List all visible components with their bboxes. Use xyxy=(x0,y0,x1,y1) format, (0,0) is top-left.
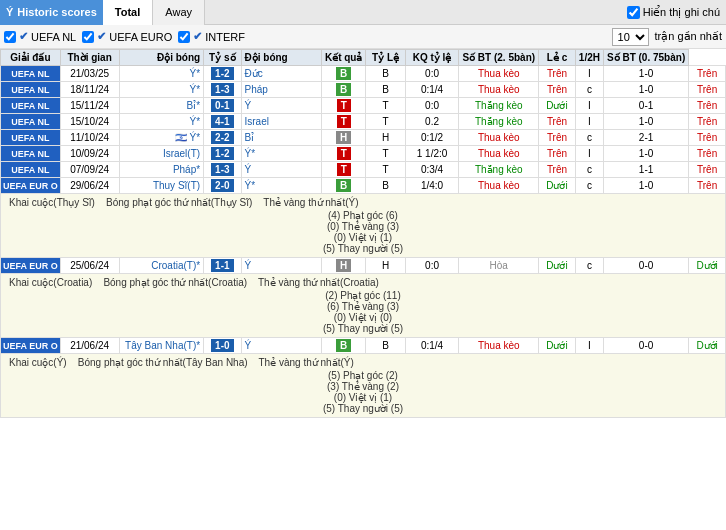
team1-link[interactable]: Bỉ* xyxy=(187,100,201,111)
cell-sobt2: Trên xyxy=(689,146,726,162)
cell-team1[interactable]: Ý* xyxy=(119,66,204,82)
team2-link[interactable]: Bỉ xyxy=(245,132,255,143)
team1-link[interactable]: Ý* xyxy=(190,68,201,79)
cell-league: UEFA NL xyxy=(1,114,61,130)
cell-h1h2: 1-1 xyxy=(603,162,688,178)
cell-sobt: Dưới xyxy=(539,98,576,114)
cell-league: UEFA NL xyxy=(1,98,61,114)
cell-score: 1-0 xyxy=(204,338,241,354)
detail-the-vang: Thẻ vàng thứ nhất(Croatia) xyxy=(258,277,379,288)
cell-date: 21/06/24 xyxy=(60,338,119,354)
cell-league: UEFA NL xyxy=(1,162,61,178)
team2-link[interactable]: Ý* xyxy=(245,180,256,191)
cell-tyle2: B xyxy=(366,82,405,98)
kq-badge: T xyxy=(337,147,351,160)
cell-team2[interactable]: Ý* xyxy=(241,146,321,162)
cell-kqtyle: 1/4:0 xyxy=(405,178,459,194)
cell-league: UEFA NL xyxy=(1,66,61,82)
logo-symbol: Ý xyxy=(6,6,13,18)
cell-tyle2: T xyxy=(366,114,405,130)
team1-link[interactable]: Tây Ban Nha(T)* xyxy=(125,340,200,351)
cell-team1[interactable]: Bỉ* xyxy=(119,98,204,114)
filter-interf[interactable]: ✔ INTERF xyxy=(178,30,245,43)
cell-team1[interactable]: Pháp* xyxy=(119,162,204,178)
show-notes-checkbox-label[interactable]: Hiển thị ghi chú xyxy=(627,6,720,19)
team1-link[interactable]: Israel(T) xyxy=(163,148,200,159)
cell-team1[interactable]: Tây Ban Nha(T)* xyxy=(119,338,204,354)
cell-team2[interactable]: Ý xyxy=(241,338,321,354)
filter-uefa-euro-checkbox[interactable] xyxy=(82,31,94,43)
cell-team2[interactable]: Israel xyxy=(241,114,321,130)
cell-score: 1-3 xyxy=(204,82,241,98)
show-notes-checkbox[interactable] xyxy=(627,6,640,19)
cell-team1[interactable]: Israel(T) xyxy=(119,146,204,162)
cell-kq: H xyxy=(321,258,366,274)
cell-score: 2-2 xyxy=(204,130,241,146)
cell-status: Thắng kèo xyxy=(459,162,539,178)
team1-link[interactable]: Croatia(T)* xyxy=(151,260,200,271)
cell-team2[interactable]: Đức xyxy=(241,66,321,82)
cell-team2[interactable]: Ý xyxy=(241,162,321,178)
table-row: UEFA NL 21/03/25 Ý* 1-2 Đức B B 0:0 Thua… xyxy=(1,66,726,82)
cell-tyle2: B xyxy=(366,338,405,354)
team2-link[interactable]: Đức xyxy=(245,68,263,79)
team2-link[interactable]: Pháp xyxy=(245,84,268,95)
cell-kqtyle: 0:1/4 xyxy=(405,338,459,354)
cell-team1[interactable]: Ý* xyxy=(119,82,204,98)
col-header-sobt: Số BT (2. 5bàn) xyxy=(459,50,539,66)
filter-interf-checkbox[interactable] xyxy=(178,31,190,43)
filter-interf-label: INTERF xyxy=(205,31,245,43)
tab-total[interactable]: Total xyxy=(103,0,153,25)
team2-link[interactable]: Israel xyxy=(245,116,269,127)
filter-uefa-nl-checkbox[interactable] xyxy=(4,31,16,43)
table-row: UEFA NL 07/09/24 Pháp* 1-3 Ý T T 0:3/4 T… xyxy=(1,162,726,178)
cell-tyle2: T xyxy=(366,98,405,114)
cell-team1[interactable]: 🇮🇱 Ý* xyxy=(119,130,204,146)
show-notes-label: Hiển thị ghi chú xyxy=(643,6,720,19)
cell-team1[interactable]: Thuy Sĩ(T) xyxy=(119,178,204,194)
cell-team1[interactable]: Croatia(T)* xyxy=(119,258,204,274)
cell-team2[interactable]: Ý xyxy=(241,98,321,114)
team1-link[interactable]: Thuy Sĩ(T) xyxy=(153,180,200,191)
cell-team2[interactable]: Pháp xyxy=(241,82,321,98)
team2-link[interactable]: Ý xyxy=(245,100,252,111)
kq-badge: T xyxy=(337,99,351,112)
cell-status: Thua kèo xyxy=(459,338,539,354)
cell-sobt2: Trên xyxy=(689,98,726,114)
team1-link[interactable]: 🇮🇱 Ý* xyxy=(175,132,200,143)
col-header-tyle: Tỷ số xyxy=(204,50,241,66)
cell-date: 29/06/24 xyxy=(60,178,119,194)
cell-sobt2: Trên xyxy=(689,66,726,82)
cell-team2[interactable]: Ý* xyxy=(241,178,321,194)
cell-h1h2: 1-0 xyxy=(603,114,688,130)
team1-link[interactable]: Ý* xyxy=(190,116,201,127)
team2-link[interactable]: Ý xyxy=(245,164,252,175)
detail-khai-cuoc: Khai cuộc(Ý) xyxy=(9,357,67,368)
team2-link[interactable]: Ý* xyxy=(245,148,256,159)
detail-item: (5) Thay người (5) xyxy=(9,243,717,254)
team1-link[interactable]: Pháp* xyxy=(173,164,200,175)
team1-link[interactable]: Ý* xyxy=(190,84,201,95)
col-header-thoigian: Thời gian xyxy=(60,50,119,66)
cell-kq: B xyxy=(321,82,366,98)
team2-link[interactable]: Ý xyxy=(245,260,252,271)
cell-status: Thắng kèo xyxy=(459,98,539,114)
cell-league: UEFA EUR O xyxy=(1,338,61,354)
cell-sobt: Trên xyxy=(539,130,576,146)
cell-team2[interactable]: Bỉ xyxy=(241,130,321,146)
table-row: UEFA NL 15/10/24 Ý* 4-1 Israel T T 0.2 T… xyxy=(1,114,726,130)
cell-kq: H xyxy=(321,130,366,146)
filter-right-label: trận gần nhất xyxy=(655,30,722,43)
cell-status: Thua kèo xyxy=(459,178,539,194)
detail-bong-phat-goc: Bóng phạt góc thứ nhất(Thụy Sĩ) xyxy=(106,197,252,208)
cell-tyle2: T xyxy=(366,146,405,162)
tab-away[interactable]: Away xyxy=(153,0,205,25)
detail-item: (4) Phạt góc (6) xyxy=(9,210,717,221)
cell-team2[interactable]: Ý xyxy=(241,258,321,274)
filter-count-select[interactable]: 10 20 30 xyxy=(612,28,649,46)
team2-link[interactable]: Ý xyxy=(245,340,252,351)
filter-uefa-nl[interactable]: ✔ UEFA NL xyxy=(4,30,76,43)
filter-uefa-euro[interactable]: ✔ UEFA EURO xyxy=(82,30,172,43)
cell-team1[interactable]: Ý* xyxy=(119,114,204,130)
cell-sobt: Trên xyxy=(539,82,576,98)
